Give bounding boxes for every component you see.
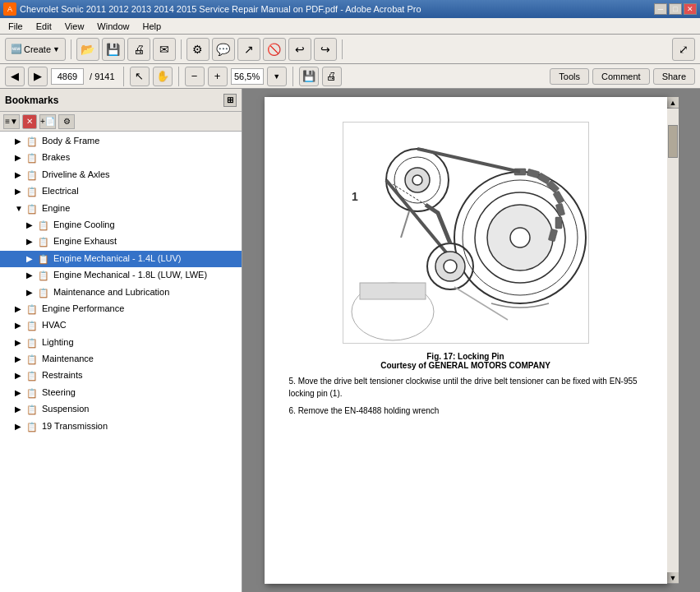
bookmark-item-engine[interactable]: ▼ 📋 Engine: [0, 201, 242, 217]
bookmark-label: Engine: [42, 202, 238, 215]
redo-button[interactable]: ↪: [314, 38, 337, 61]
expand-button[interactable]: ⤢: [672, 38, 695, 61]
reject-button[interactable]: 🚫: [263, 38, 286, 61]
bookmark-item-transmission[interactable]: ▶ 📋 19 Transmission: [0, 419, 242, 435]
save-nav-button[interactable]: 💾: [299, 67, 319, 86]
menu-window[interactable]: Window: [92, 20, 134, 33]
settings-button[interactable]: ⚙: [187, 38, 210, 61]
expand-icon[interactable]: ▼: [15, 203, 26, 215]
bookmark-item-engine-exhaust[interactable]: ▶ 📋 Engine Exhaust: [0, 234, 242, 250]
zoom-out-button[interactable]: −: [185, 67, 205, 86]
zoom-in-button[interactable]: +: [208, 67, 228, 86]
bookmark-item-maintenance[interactable]: ▶ 📋 Maintenance: [0, 351, 242, 368]
bm-menu-button[interactable]: ≡▼: [3, 114, 20, 129]
bookmark-label: Engine Exhaust: [53, 235, 238, 247]
expand-icon[interactable]: ▶: [26, 236, 38, 247]
expand-icon[interactable]: ▶: [15, 320, 26, 331]
pdf-viewer[interactable]: 1 Fig. 17: Locking Pin Courtesy of GENER…: [242, 89, 700, 592]
hand-tool-button[interactable]: ✋: [153, 67, 173, 86]
nav-sep-3: [292, 67, 293, 86]
close-button[interactable]: ✕: [684, 3, 697, 15]
panel-expand-button[interactable]: ⊞: [223, 94, 237, 107]
menu-file[interactable]: File: [3, 20, 28, 33]
zoom-input[interactable]: [231, 68, 264, 85]
next-page-button[interactable]: ▶: [28, 67, 48, 86]
bookmark-item-engine-mechanical-luv[interactable]: ▶ 📋 Engine Mechanical - 1.4L (LUV): [0, 251, 242, 267]
expand-icon[interactable]: ▶: [15, 303, 26, 315]
create-dropdown-icon: ▼: [53, 45, 60, 53]
expand-icon[interactable]: ▶: [15, 387, 26, 399]
tools-button[interactable]: Tools: [550, 68, 589, 85]
expand-icon[interactable]: ▶: [15, 152, 26, 164]
prev-page-button[interactable]: ◀: [5, 67, 25, 86]
bm-add-button[interactable]: +📄: [39, 114, 56, 129]
bookmark-item-lighting[interactable]: ▶ 📋 Lighting: [0, 335, 242, 351]
bookmark-label: Electrical: [42, 185, 238, 197]
comment-button[interactable]: 💬: [212, 38, 235, 61]
bm-close-button[interactable]: ✕: [22, 114, 37, 129]
bookmark-label: Engine Performance: [42, 303, 238, 315]
bookmark-tree[interactable]: ▶ 📋 Body & Frame ▶ 📋 Brakes ▶ 📋 Drivelin…: [0, 132, 242, 592]
bookmark-item-suspension[interactable]: ▶ 📋 Suspension: [0, 401, 242, 418]
comment-nav-button[interactable]: Comment: [592, 68, 650, 85]
bookmark-label: Maintenance and Lubrication: [53, 286, 238, 298]
svg-point-4: [510, 228, 530, 247]
bookmark-item-hvac[interactable]: ▶ 📋 HVAC: [0, 317, 242, 334]
svg-rect-6: [527, 169, 540, 178]
save-button[interactable]: 💾: [102, 38, 125, 61]
pdf-scrollbar[interactable]: ▲ ▼: [667, 97, 679, 584]
bookmark-item-brakes[interactable]: ▶ 📋 Brakes: [0, 150, 242, 166]
step-6-text: Remove the EN-48488 holding wrench: [298, 406, 440, 415]
bookmark-item-body-frame[interactable]: ▶ 📋 Body & Frame: [0, 133, 242, 150]
bookmark-item-driveline[interactable]: ▶ 📋 Driveline & Axles: [0, 167, 242, 183]
expand-icon[interactable]: ▶: [15, 186, 26, 197]
print-button[interactable]: 🖨: [127, 38, 150, 61]
bookmark-item-maintenance-lubrication[interactable]: ▶ 📋 Maintenance and Lubrication: [0, 284, 242, 301]
bm-options-button[interactable]: ⚙: [58, 114, 75, 129]
diagram-image: 1: [343, 122, 589, 344]
scroll-thumb[interactable]: [668, 125, 678, 158]
create-label: Create: [24, 44, 51, 54]
create-button[interactable]: 🆕 Create ▼: [5, 38, 66, 61]
cursor-tool-button[interactable]: ↖: [130, 67, 150, 86]
toolbar: 🆕 Create ▼ 📂 💾 🖨 ✉ ⚙ 💬 ↗ 🚫 ↩ ↪ ⤢: [0, 35, 700, 64]
email-button[interactable]: ✉: [153, 38, 176, 61]
expand-icon[interactable]: ▶: [26, 220, 38, 231]
create-icon: 🆕: [11, 44, 22, 54]
bookmark-item-engine-performance[interactable]: ▶ 📋 Engine Performance: [0, 301, 242, 317]
scroll-down-button[interactable]: ▼: [667, 572, 679, 584]
menu-help[interactable]: Help: [137, 20, 166, 33]
bookmark-icon: 📋: [26, 421, 39, 433]
expand-icon[interactable]: ▶: [26, 270, 38, 281]
expand-icon[interactable]: ▶: [26, 253, 38, 265]
minimize-button[interactable]: ─: [654, 3, 667, 15]
page-number-input[interactable]: [51, 68, 84, 85]
expand-icon[interactable]: ▶: [26, 287, 38, 298]
share-button[interactable]: Share: [653, 68, 695, 85]
share-link-button[interactable]: ↗: [237, 38, 260, 61]
print-nav-button[interactable]: 🖨: [322, 67, 342, 86]
window-title: Chevrolet Sonic 2011 2012 2013 2014 2015…: [20, 4, 421, 14]
scroll-up-button[interactable]: ▲: [667, 97, 679, 109]
menu-edit[interactable]: Edit: [31, 20, 57, 33]
maximize-button[interactable]: □: [669, 3, 682, 15]
expand-icon[interactable]: ▶: [15, 421, 26, 432]
expand-icon[interactable]: ▶: [15, 354, 26, 365]
bookmark-item-engine-mechanical-luw[interactable]: ▶ 📋 Engine Mechanical - 1.8L (LUW, LWE): [0, 267, 242, 284]
expand-icon[interactable]: ▶: [15, 337, 26, 349]
bookmark-item-electrical[interactable]: ▶ 📋 Electrical: [0, 183, 242, 200]
expand-icon[interactable]: ▶: [15, 136, 26, 147]
open-button[interactable]: 📂: [76, 38, 99, 61]
bookmark-item-steering[interactable]: ▶ 📋 Steering: [0, 385, 242, 401]
scroll-track[interactable]: [667, 109, 679, 572]
bookmark-item-engine-cooling[interactable]: ▶ 📋 Engine Cooling: [0, 217, 242, 234]
expand-icon[interactable]: ▶: [15, 370, 26, 382]
bookmark-label: HVAC: [42, 319, 238, 331]
expand-icon[interactable]: ▶: [15, 404, 26, 415]
undo-button[interactable]: ↩: [288, 38, 311, 61]
bookmark-item-restraints[interactable]: ▶ 📋 Restraints: [0, 368, 242, 384]
expand-icon[interactable]: ▶: [15, 169, 26, 181]
menu-view[interactable]: View: [60, 20, 90, 33]
svg-rect-11: [555, 217, 562, 229]
zoom-dropdown-button[interactable]: ▼: [267, 67, 287, 86]
